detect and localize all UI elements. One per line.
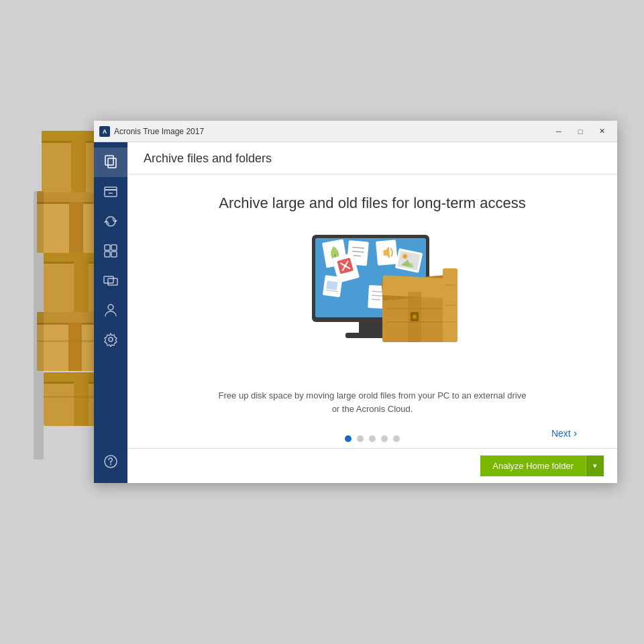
footer: Analyze Home folder ▾ <box>127 448 617 483</box>
sidebar-item-sync[interactable] <box>94 207 127 236</box>
sidebar-item-clone[interactable] <box>94 266 127 295</box>
sidebar-item-backup[interactable] <box>94 148 127 177</box>
dot-1[interactable] <box>345 435 352 442</box>
clone-nav-icon <box>103 273 118 288</box>
page-header: Archive files and folders <box>127 142 617 174</box>
help-icon <box>103 454 118 469</box>
svg-line-66 <box>372 295 384 296</box>
svg-rect-22 <box>34 191 44 460</box>
svg-rect-33 <box>108 278 117 285</box>
sidebar <box>94 142 127 483</box>
app-window: A Acronis True Image 2017 ─ □ ✕ <box>94 121 617 483</box>
close-button[interactable]: ✕ <box>592 125 612 138</box>
dot-2[interactable] <box>357 435 364 442</box>
grid-icon <box>103 244 118 258</box>
svg-rect-3 <box>74 382 89 426</box>
app-title: Acronis True Image 2017 <box>114 127 549 136</box>
archive-nav-icon <box>103 184 118 199</box>
svg-rect-13 <box>74 262 89 312</box>
analyze-dropdown-button[interactable]: ▾ <box>586 455 604 476</box>
onboard-headline: Archive large and old files for long-ter… <box>219 195 525 212</box>
archive-illustration <box>272 228 473 376</box>
svg-point-34 <box>108 305 113 310</box>
dot-3[interactable] <box>369 435 376 442</box>
sidebar-item-account[interactable] <box>94 295 127 325</box>
user-icon <box>103 303 118 317</box>
copy-icon <box>103 155 118 170</box>
sidebar-item-help[interactable] <box>94 447 127 476</box>
next-label: Next <box>551 428 571 439</box>
illustration <box>272 228 473 376</box>
main-panel: Archive files and folders Archive large … <box>127 142 617 483</box>
svg-rect-21 <box>71 141 86 193</box>
onboard-description: Free up disk space by moving large orold… <box>219 389 527 415</box>
sidebar-item-settings[interactable] <box>94 325 127 354</box>
maximize-button[interactable]: □ <box>570 125 590 138</box>
next-button[interactable]: Next › <box>551 427 577 439</box>
svg-rect-23 <box>105 156 113 165</box>
svg-point-37 <box>110 464 111 466</box>
svg-rect-32 <box>104 276 113 283</box>
next-chevron-icon: › <box>574 427 577 439</box>
svg-rect-8 <box>68 323 82 371</box>
titlebar: A Acronis True Image 2017 ─ □ ✕ <box>94 121 617 142</box>
gear-icon <box>103 332 118 347</box>
svg-rect-24 <box>108 158 116 168</box>
svg-rect-31 <box>111 252 117 257</box>
sidebar-item-archive[interactable] <box>94 177 127 207</box>
app-logo: A <box>99 126 110 137</box>
pagination-dots <box>345 435 400 442</box>
dot-4[interactable] <box>381 435 388 442</box>
svg-point-35 <box>109 337 113 341</box>
svg-rect-17 <box>69 202 83 253</box>
dot-5[interactable] <box>393 435 400 442</box>
svg-rect-57 <box>326 280 338 290</box>
onboard-content: Archive large and old files for long-ter… <box>127 174 617 448</box>
analyze-home-folder-button[interactable]: Analyze Home folder <box>480 455 586 476</box>
page-title: Archive files and folders <box>144 152 272 165</box>
window-controls: ─ □ ✕ <box>549 125 612 138</box>
content-area: Archive files and folders Archive large … <box>94 142 617 483</box>
sidebar-item-tools[interactable] <box>94 236 127 266</box>
sync-nav-icon <box>103 214 118 229</box>
svg-line-67 <box>372 299 380 300</box>
svg-rect-29 <box>111 245 117 250</box>
minimize-button[interactable]: ─ <box>549 125 569 138</box>
svg-rect-30 <box>105 252 110 257</box>
analyze-btn-group: Analyze Home folder ▾ <box>480 455 604 476</box>
svg-rect-28 <box>105 245 110 250</box>
svg-rect-40 <box>359 322 382 334</box>
svg-point-75 <box>413 315 417 319</box>
